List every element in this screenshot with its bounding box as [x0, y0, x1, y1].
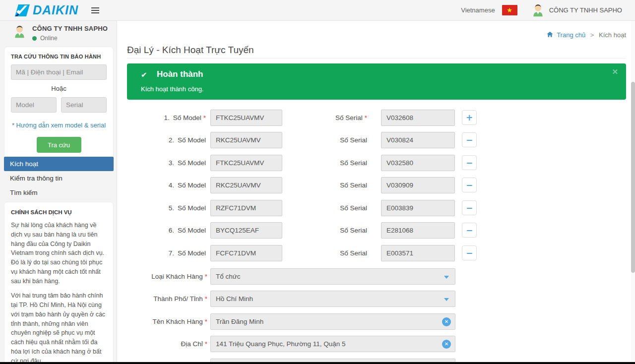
model-label: 1.Số Model* — [127, 110, 206, 126]
minus-icon: − — [466, 248, 473, 258]
serial-input[interactable] — [381, 245, 455, 261]
serial-input[interactable] — [381, 132, 455, 148]
online-status-label: Online — [40, 35, 58, 42]
model-serial-row: 3.Số Model Số Serial − — [127, 155, 484, 171]
serial-input[interactable] — [381, 200, 455, 216]
code-phone-email-input[interactable] — [11, 64, 107, 80]
model-search-input[interactable] — [11, 97, 57, 113]
remove-row-button[interactable]: − — [462, 132, 477, 147]
customer-type-label: Loại Khách Hàng* — [127, 268, 207, 285]
chevron-down-icon — [444, 276, 449, 279]
breadcrumb-current: Kích hoạt — [599, 31, 626, 39]
flag-vietnam-icon[interactable]: ★ — [502, 5, 517, 15]
alert-title: Hoàn thành — [157, 69, 203, 79]
title-divider — [127, 58, 626, 59]
sidebar-user-panel: CÔNG TY TNHH SAPHO Online — [13, 25, 108, 42]
model-serial-row: 4.Số Model Số Serial − — [127, 177, 484, 193]
serial-label: Số Serial — [276, 245, 367, 261]
city-select[interactable]: Hồ Chí Minh — [210, 291, 455, 307]
minus-icon: − — [466, 203, 473, 213]
city-row: Thành Phố/ Tỉnh* Hồ Chí Minh — [127, 291, 484, 307]
model-label: 3.Số Model — [127, 155, 206, 171]
sidebar: CÔNG TY TNHH SAPHO Online TRA CỨU THÔNG … — [0, 21, 117, 364]
serial-label: Số Serial — [276, 200, 367, 216]
close-icon[interactable]: ✕ — [612, 67, 618, 76]
remove-row-button[interactable]: − — [462, 155, 477, 170]
model-input[interactable] — [210, 132, 282, 148]
serial-input[interactable] — [381, 177, 455, 193]
serial-input[interactable] — [381, 110, 455, 126]
menu-icon[interactable] — [91, 7, 99, 13]
serial-label: Số Serial — [276, 177, 367, 193]
policy-paragraph: Với hai trung tâm bảo hành chính tại TP.… — [11, 291, 107, 364]
model-serial-row: 6.Số Model Số Serial − — [127, 222, 484, 239]
model-serial-row: 1.Số Model* Số Serial* + — [127, 110, 484, 126]
minus-icon: − — [466, 180, 473, 190]
customer-type-select[interactable]: Tổ chức — [210, 268, 455, 285]
serial-input[interactable] — [381, 222, 455, 239]
page-title: Đại Lý - Kích Hoạt Trực Tuyến — [127, 45, 254, 56]
clear-icon[interactable]: ✕ — [442, 317, 451, 326]
model-input[interactable] — [210, 110, 282, 126]
scrollbar-track[interactable] — [631, 21, 635, 364]
scrollbar-thumb[interactable] — [631, 82, 635, 273]
model-input[interactable] — [210, 245, 282, 261]
model-input[interactable] — [210, 222, 282, 239]
customer-name-input[interactable]: Trần Đăng Minh ✕ — [210, 313, 455, 330]
customer-name-label: Tên Khách Hàng* — [127, 313, 207, 330]
page: DAIKIN Vietnamese ★ CÔNG TY TNHH SAPHO — [0, 0, 635, 364]
add-row-button[interactable]: + — [462, 110, 477, 125]
model-serial-guide-link[interactable]: * Hướng dẫn xem model & serial — [11, 121, 107, 129]
check-icon: ✔ — [141, 70, 147, 79]
model-input[interactable] — [210, 155, 282, 171]
address-input[interactable]: 141 Triệu Quang Phục, Phường 11, Quận 5 … — [210, 336, 455, 352]
success-alert: ✔ Hoàn thành Kích hoạt thành công. ✕ — [127, 63, 626, 100]
customer-type-row: Loại Khách Hàng* Tổ chức — [127, 268, 484, 285]
breadcrumb: Trang chủ > Kích hoạt — [117, 31, 626, 39]
serial-search-input[interactable] — [61, 97, 107, 113]
language-selector[interactable]: Vietnamese — [461, 6, 495, 14]
serial-input[interactable] — [381, 155, 455, 171]
online-status-dot — [32, 36, 37, 41]
address-label: Địa Chỉ* — [127, 336, 207, 352]
clear-icon[interactable]: ✕ — [442, 340, 451, 349]
serial-label: Số Serial* — [276, 110, 367, 126]
minus-icon: − — [466, 135, 473, 145]
serial-label: Số Serial — [276, 155, 367, 171]
chevron-down-icon — [444, 298, 449, 301]
model-label: 7.Số Model — [127, 245, 206, 261]
model-serial-row: 5.Số Model Số Serial − — [127, 200, 484, 216]
remove-row-button[interactable]: − — [462, 245, 477, 260]
minus-icon: − — [466, 225, 473, 235]
sidebar-nav: Kích hoạt Kiểm tra thông tin Tìm kiếm — [4, 157, 114, 200]
sidebar-item-search[interactable]: Tìm kiếm — [4, 185, 114, 200]
header-user-name: CÔNG TY TNHH SAPHO — [549, 6, 622, 14]
plus-icon: + — [466, 113, 473, 122]
model-input[interactable] — [210, 177, 282, 193]
model-label: 2.Số Model — [127, 132, 206, 148]
bottom-edge-bar — [0, 362, 635, 364]
header-user-menu[interactable]: CÔNG TY TNHH SAPHO — [531, 3, 622, 17]
search-button[interactable]: Tra cứu — [37, 137, 81, 153]
daikin-logo: DAIKIN — [15, 3, 78, 17]
sidebar-item-check-info[interactable]: Kiểm tra thông tin — [4, 171, 114, 185]
breadcrumb-home-link[interactable]: Trang chủ — [557, 31, 585, 39]
customer-name-row: Tên Khách Hàng* Trần Đăng Minh ✕ — [127, 313, 484, 330]
model-serial-row: 2.Số Model Số Serial − — [127, 132, 484, 148]
model-label: 5.Số Model — [127, 200, 206, 216]
policy-title: CHÍNH SÁCH DỊCH VỤ — [11, 209, 107, 215]
sidebar-item-activate[interactable]: Kích hoạt — [4, 157, 114, 171]
breadcrumb-separator: > — [590, 31, 594, 39]
top-header: DAIKIN Vietnamese ★ CÔNG TY TNHH SAPHO — [0, 0, 635, 21]
remove-row-button[interactable]: − — [462, 200, 477, 215]
model-input[interactable] — [210, 200, 282, 216]
model-label: 4.Số Model — [127, 177, 206, 193]
or-label: Hoặc — [11, 85, 107, 92]
warranty-search-card: TRA CỨU THÔNG TIN BẢO HÀNH Hoặc * Hướng … — [4, 47, 114, 161]
home-icon — [547, 31, 553, 38]
avatar — [531, 3, 545, 17]
remove-row-button[interactable]: − — [462, 178, 477, 192]
brand-name: DAIKIN — [33, 3, 78, 17]
remove-row-button[interactable]: − — [462, 223, 477, 238]
address-row: Địa Chỉ* 141 Triệu Quang Phục, Phường 11… — [127, 336, 484, 352]
